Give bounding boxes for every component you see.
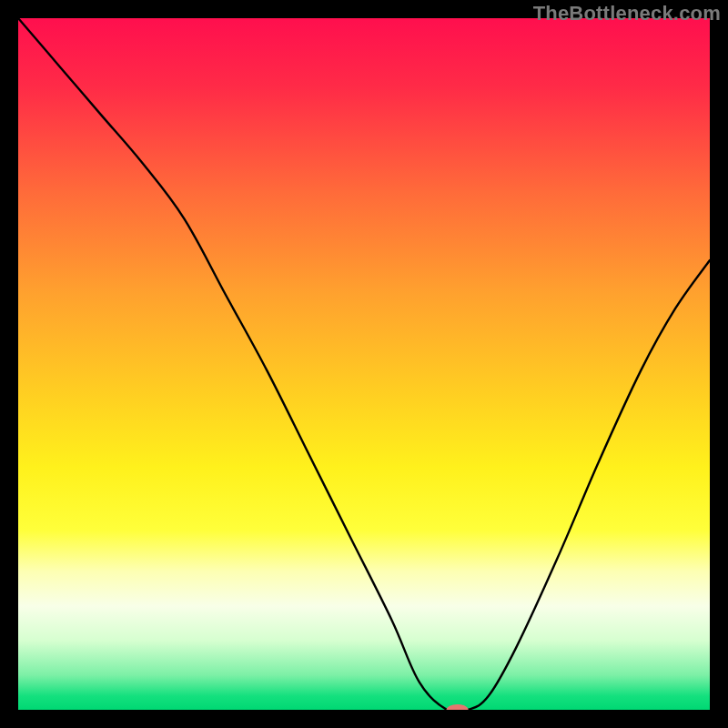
chart-svg	[18, 18, 710, 710]
gradient-background	[18, 18, 710, 710]
chart-container: TheBottleneck.com	[0, 0, 728, 728]
watermark-text: TheBottleneck.com	[533, 2, 721, 25]
plot-area	[18, 18, 710, 710]
